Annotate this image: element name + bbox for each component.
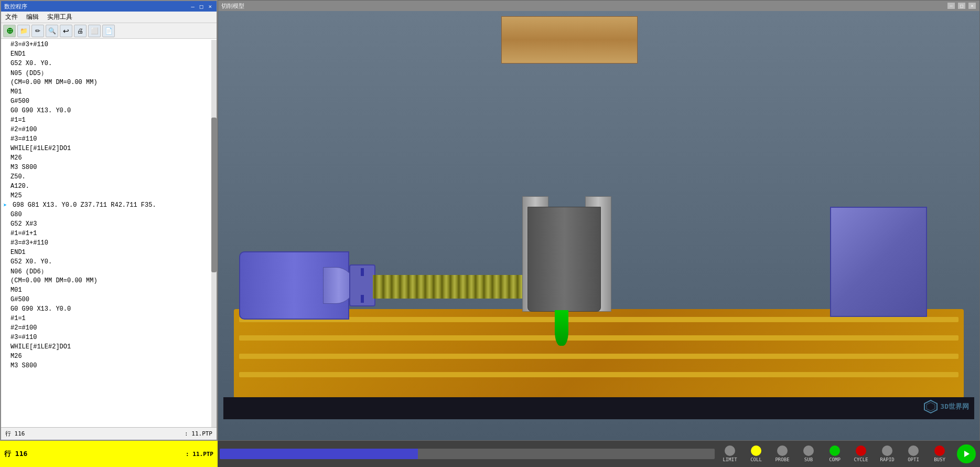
spindle-top-beam bbox=[501, 16, 638, 63]
status-opti: OPTI bbox=[900, 445, 927, 462]
nc-code-line-22: END1 bbox=[1, 248, 211, 257]
viewport-3d[interactable]: 切削模型 — □ × bbox=[218, 0, 980, 441]
right-block bbox=[830, 207, 927, 317]
nc-code-line-17-current: ➤ G98 G81 X13. Y0.0 Z37.711 R42.711 F35. bbox=[1, 200, 211, 210]
svg-marker-2 bbox=[964, 451, 970, 457]
chuck bbox=[349, 264, 375, 306]
nc-code-line-25: (CM=0.00 MM DM=0.00 MM) bbox=[1, 276, 211, 285]
nc-code-line-9: #2=#100 bbox=[1, 125, 211, 134]
nc-code-line-12: M26 bbox=[1, 153, 211, 163]
watermark-logo bbox=[923, 399, 938, 414]
status-comp: COMP bbox=[822, 445, 848, 462]
nc-code-line-33: M26 bbox=[1, 352, 211, 361]
viewport-close-btn[interactable]: × bbox=[968, 2, 976, 9]
svg-marker-1 bbox=[927, 402, 935, 411]
nc-code-line-30: #2=#100 bbox=[1, 323, 211, 333]
nc-code-line-1: END1 bbox=[1, 49, 211, 59]
nc-title: 数控程序 bbox=[4, 3, 27, 10]
play-button[interactable] bbox=[957, 444, 976, 463]
nc-tb-undo[interactable]: ↩ bbox=[60, 25, 72, 37]
rapid-light[interactable] bbox=[882, 445, 892, 456]
play-icon bbox=[963, 450, 970, 458]
status-progress-bar bbox=[220, 449, 715, 459]
nc-menu-tools[interactable]: 实用工具 bbox=[47, 13, 72, 22]
limit-light[interactable] bbox=[725, 445, 735, 456]
nc-code-line-4: (CM=0.00 MM DM=0.00 MM) bbox=[1, 78, 211, 87]
comp-label: COMP bbox=[829, 457, 841, 462]
nc-code-line-21: #3=#3+#110 bbox=[1, 238, 211, 248]
nc-tb-edit[interactable]: ✏ bbox=[31, 25, 44, 37]
nc-menu-file[interactable]: 文件 bbox=[5, 13, 18, 22]
spindle-head bbox=[527, 207, 601, 312]
nc-code-line-3: N05 (DD5） bbox=[1, 68, 211, 78]
probe-light[interactable] bbox=[777, 445, 788, 456]
nc-minimize-btn[interactable]: — bbox=[189, 3, 196, 10]
nc-tb-open[interactable]: 📁 bbox=[17, 25, 30, 37]
nc-code-line-0: #3=#3+#110 bbox=[1, 40, 211, 49]
nc-tb-doc[interactable]: 📄 bbox=[102, 25, 115, 37]
status-right-area: LIMIT COLL PROBE SUB COMP CYCLE RAPID O bbox=[218, 441, 980, 467]
nc-code-line-24: N06 (DD6） bbox=[1, 267, 211, 276]
nc-toolbar: ⊕ 📁 ✏ 🔍 ↩ 🖨 ⬜ 📄 bbox=[1, 23, 217, 39]
status-progress-fill bbox=[220, 449, 418, 459]
nc-tb-print[interactable]: 🖨 bbox=[74, 25, 87, 37]
nc-tb-new[interactable]: ⊕ bbox=[3, 25, 16, 37]
status-left-area: 行 116 : 11.PTP bbox=[0, 441, 218, 467]
nc-code-line-29: #1=1 bbox=[1, 314, 211, 323]
nc-code-line-11: WHILE[#1LE#2]DO1 bbox=[1, 144, 211, 153]
coll-label: COLL bbox=[750, 457, 762, 462]
watermark: 3D世界网 bbox=[923, 399, 969, 414]
status-coll: COLL bbox=[743, 445, 769, 462]
nc-close-btn[interactable]: × bbox=[207, 3, 213, 10]
nc-menu-edit[interactable]: 编辑 bbox=[26, 13, 39, 22]
nc-code-line-31: #3=#110 bbox=[1, 333, 211, 342]
cutting-tool bbox=[555, 310, 568, 346]
nc-code-line-19: G52 X#3 bbox=[1, 219, 211, 229]
busy-light[interactable] bbox=[934, 445, 945, 456]
sub-label: SUB bbox=[804, 457, 813, 462]
nc-code-line-5: M01 bbox=[1, 87, 211, 97]
status-probe: PROBE bbox=[769, 445, 795, 462]
nc-restore-btn[interactable]: □ bbox=[198, 3, 205, 10]
cycle-light[interactable] bbox=[856, 445, 866, 456]
nc-status-bar: 行 116 : 11.PTP bbox=[1, 427, 217, 440]
viewport-title-text: 切削模型 bbox=[221, 2, 244, 10]
viewport-restore-btn[interactable]: □ bbox=[957, 2, 966, 9]
nc-code-line-20: #1=#1+1 bbox=[1, 229, 211, 238]
nc-code-line-10: #3=#110 bbox=[1, 134, 211, 144]
status-busy: BUSY bbox=[927, 445, 953, 462]
comp-light[interactable] bbox=[830, 445, 840, 456]
nc-code-area[interactable]: #3=#3+#110 END1 G52 X0. Y0. N05 (DD5） (C… bbox=[1, 40, 211, 427]
status-file-info: : 11.PTP bbox=[186, 451, 213, 458]
nc-tb-find[interactable]: 🔍 bbox=[46, 25, 58, 37]
sub-light[interactable] bbox=[803, 445, 814, 456]
opti-light[interactable] bbox=[908, 445, 919, 456]
nc-code-line-28: G0 G90 X13. Y0.0 bbox=[1, 304, 211, 314]
nc-scrollbar-thumb[interactable] bbox=[211, 118, 217, 272]
coll-light[interactable] bbox=[751, 445, 761, 456]
viewport-minimize-btn[interactable]: — bbox=[947, 2, 955, 9]
nc-program-window: 数控程序 — □ × 文件 编辑 实用工具 ⊕ 📁 ✏ 🔍 ↩ 🖨 ⬜ 📄 程序… bbox=[0, 0, 218, 441]
nc-code-line-2: G52 X0. Y0. bbox=[1, 59, 211, 68]
opti-label: OPTI bbox=[908, 457, 919, 462]
nc-current-arrow: ➤ bbox=[3, 201, 10, 209]
rapid-label: RAPID bbox=[880, 457, 894, 462]
machine-table bbox=[234, 309, 964, 398]
status-line-info: 行 116 bbox=[4, 449, 27, 459]
nc-code-line-7: G0 G90 X13. Y0.0 bbox=[1, 106, 211, 115]
nc-tb-view[interactable]: ⬜ bbox=[88, 25, 101, 37]
nc-scrollbar[interactable] bbox=[211, 40, 217, 427]
viewport-window-controls: — □ × bbox=[947, 2, 976, 9]
nc-code-line-18: G80 bbox=[1, 210, 211, 219]
status-cycle: CYCLE bbox=[848, 445, 874, 462]
nc-file-info: : 11.PTP bbox=[185, 430, 212, 437]
nc-code-line-13: M3 S800 bbox=[1, 163, 211, 172]
3d-scene: 3D世界网 bbox=[218, 11, 979, 440]
probe-label: PROBE bbox=[775, 457, 789, 462]
machine-base-dark bbox=[223, 397, 974, 419]
nc-title-bar: 数控程序 — □ × bbox=[1, 1, 217, 12]
nc-code-line-32: WHILE[#1LE#2]DO1 bbox=[1, 342, 211, 352]
busy-label: BUSY bbox=[934, 457, 945, 462]
limit-label: LIMIT bbox=[723, 457, 737, 462]
status-limit: LIMIT bbox=[717, 445, 743, 462]
